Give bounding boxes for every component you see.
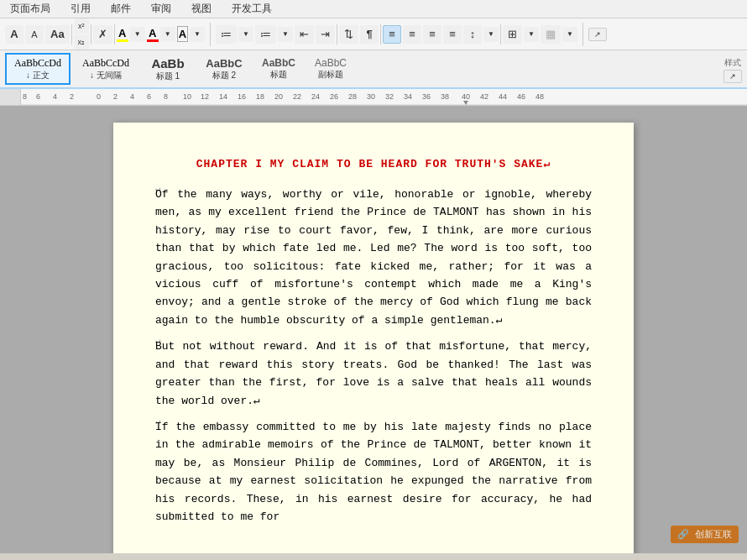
- align-right-btn[interactable]: ≡: [423, 25, 441, 44]
- svg-text:44: 44: [499, 92, 507, 101]
- paragraph-3[interactable]: If the embassy committed to me by his la…: [155, 418, 592, 526]
- sort-btn[interactable]: ⇅: [339, 25, 358, 44]
- svg-text:38: 38: [441, 92, 449, 101]
- svg-text:24: 24: [311, 92, 320, 101]
- svg-text:26: 26: [330, 92, 338, 101]
- style-nospace[interactable]: AaBbCcDd ↓ 无间隔: [73, 53, 138, 85]
- font-size-increase-btn[interactable]: A: [5, 25, 24, 44]
- subscript-btn[interactable]: x₂: [74, 34, 89, 50]
- ruler-svg: 8 6 4 2 0 2 4 6 8 10 12 14 16 18 20 22 2…: [21, 89, 747, 105]
- font-size-group: A A: [5, 25, 44, 44]
- style-h1[interactable]: AaBb 标题 1: [141, 53, 195, 85]
- style-subtitle-label: 副标题: [318, 69, 343, 81]
- svg-text:42: 42: [480, 92, 488, 101]
- styles-section-control: 样式 ↗: [723, 53, 742, 85]
- style-nospace-preview: AaBbCcDd: [82, 57, 129, 70]
- styles-section-label: 样式: [724, 57, 741, 69]
- para-format-group: ≔ ▼ ≔ ▼ ⇤ ⇥ ⇅ ¶ ≡ ≡ ≡ ≡ ↕ ▼ ⊞ ▼ ▦ ▼: [216, 24, 577, 44]
- ribbon-row1: A A Aa x² x₂ ✗ A ▼ A ▼ A ▼: [0, 18, 747, 50]
- menu-review[interactable]: 审阅: [148, 1, 175, 17]
- highlight-btn[interactable]: A: [117, 27, 128, 42]
- line-spacing-btn[interactable]: ↕: [463, 25, 482, 44]
- font-size-decrease-btn[interactable]: A: [25, 25, 44, 44]
- style-h2[interactable]: AaBbC 标题 2: [197, 53, 251, 85]
- style-h1-label: 标题 1: [156, 71, 180, 82]
- style-h1-preview: AaBb: [151, 56, 184, 71]
- border-font-icon: A: [179, 28, 186, 40]
- align-justify-btn[interactable]: ≡: [443, 25, 462, 44]
- svg-text:22: 22: [293, 92, 301, 101]
- menu-mail[interactable]: 邮件: [107, 1, 134, 17]
- svg-text:18: 18: [256, 92, 264, 101]
- numbered-list-dropdown[interactable]: ▼: [278, 27, 293, 42]
- align-left-btn[interactable]: ≡: [383, 25, 401, 44]
- font-aa-btn[interactable]: Aa: [45, 25, 70, 44]
- style-h2-preview: AaBbC: [206, 57, 242, 70]
- clear-format-btn[interactable]: ✗: [93, 25, 112, 44]
- increase-indent-btn[interactable]: ⇥: [316, 25, 335, 44]
- style-heading[interactable]: AaBbC 标题: [253, 53, 304, 85]
- paragraph-1[interactable]: Of the many ways, worthy or vile, honora…: [155, 186, 592, 330]
- align-center-btn[interactable]: ≡: [403, 25, 421, 44]
- doc-area[interactable]: CHAPTER I MY CLAIM TO BE HEARD FOR TRUTH…: [0, 106, 747, 553]
- text-format-group: x² x₂ ✗ A ▼ A ▼ A ▼: [74, 18, 205, 50]
- highlight-dropdown-btn[interactable]: ▼: [130, 27, 145, 42]
- bullet-list-dropdown[interactable]: ▼: [238, 27, 253, 42]
- style-normal-preview: AaBbCcDd: [14, 57, 61, 70]
- menu-view[interactable]: 视图: [188, 1, 215, 17]
- svg-text:6: 6: [147, 92, 151, 101]
- ruler[interactable]: 8 6 4 2 0 2 4 6 8 10 12 14 16 18 20 22 2…: [21, 89, 747, 105]
- menu-page-layout[interactable]: 页面布局: [7, 1, 54, 17]
- shading-btn[interactable]: ▦: [541, 25, 561, 44]
- svg-text:16: 16: [238, 92, 246, 101]
- font-color-icon: A: [149, 27, 156, 39]
- border-font-dropdown-btn[interactable]: ▼: [190, 27, 205, 42]
- bullet-list-btn[interactable]: ≔: [216, 25, 237, 44]
- borders-dropdown[interactable]: ▼: [524, 27, 539, 42]
- svg-text:40: 40: [462, 92, 470, 101]
- watermark-icon: 🔗: [677, 529, 689, 539]
- sep-font-para: [210, 23, 211, 46]
- svg-text:2: 2: [70, 92, 74, 101]
- styles-expand-btn[interactable]: ↗: [723, 70, 742, 83]
- style-normal[interactable]: AaBbCcDd ↓ 正文: [5, 53, 71, 85]
- shading-dropdown[interactable]: ▼: [562, 27, 577, 42]
- font-color-btn[interactable]: A: [147, 27, 159, 42]
- decrease-indent-btn[interactable]: ⇤: [295, 25, 314, 44]
- svg-text:4: 4: [130, 92, 134, 101]
- svg-text:20: 20: [274, 92, 283, 101]
- show-hide-btn[interactable]: ¶: [360, 25, 379, 44]
- menu-developer[interactable]: 开发工具: [228, 1, 275, 17]
- style-normal-label: ↓ 正文: [26, 70, 50, 81]
- chapter-title: CHAPTER I MY CLAIM TO BE HEARD FOR TRUTH…: [155, 156, 592, 174]
- para-expand-btn[interactable]: ↗: [588, 28, 607, 41]
- sep3: [114, 24, 115, 44]
- font-color-dropdown-btn[interactable]: ▼: [160, 27, 175, 42]
- sep2: [91, 24, 91, 44]
- svg-text:4: 4: [53, 92, 57, 101]
- paragraph-2[interactable]: But not without reward. And it is of tha…: [155, 338, 592, 410]
- borders-btn[interactable]: ⊞: [503, 25, 522, 44]
- svg-text:36: 36: [422, 92, 431, 101]
- style-subtitle[interactable]: AaBbC 副标题: [306, 53, 355, 85]
- svg-text:2: 2: [113, 92, 118, 101]
- svg-text:30: 30: [367, 92, 375, 101]
- style-heading-preview: AaBbC: [262, 57, 295, 69]
- highlight-icon: A: [118, 27, 126, 39]
- svg-text:0: 0: [97, 92, 101, 101]
- svg-text:8: 8: [23, 92, 27, 101]
- border-font-btn[interactable]: A: [177, 26, 188, 42]
- style-nospace-label: ↓ 无间隔: [90, 70, 122, 81]
- menu-references[interactable]: 引用: [67, 1, 94, 17]
- line-spacing-dropdown[interactable]: ▼: [483, 27, 499, 42]
- svg-text:34: 34: [404, 92, 412, 101]
- svg-text:8: 8: [164, 92, 168, 101]
- sep5: [380, 24, 381, 44]
- sep4: [337, 24, 337, 44]
- sep6: [500, 24, 501, 44]
- ruler-container: 8 6 4 2 0 2 4 6 8 10 12 14 16 18 20 22 2…: [0, 89, 747, 106]
- superscript-btn[interactable]: x²: [74, 18, 89, 34]
- document-page[interactable]: CHAPTER I MY CLAIM TO BE HEARD FOR TRUTH…: [113, 123, 634, 553]
- svg-text:14: 14: [219, 92, 227, 101]
- numbered-list-btn[interactable]: ≔: [255, 25, 276, 44]
